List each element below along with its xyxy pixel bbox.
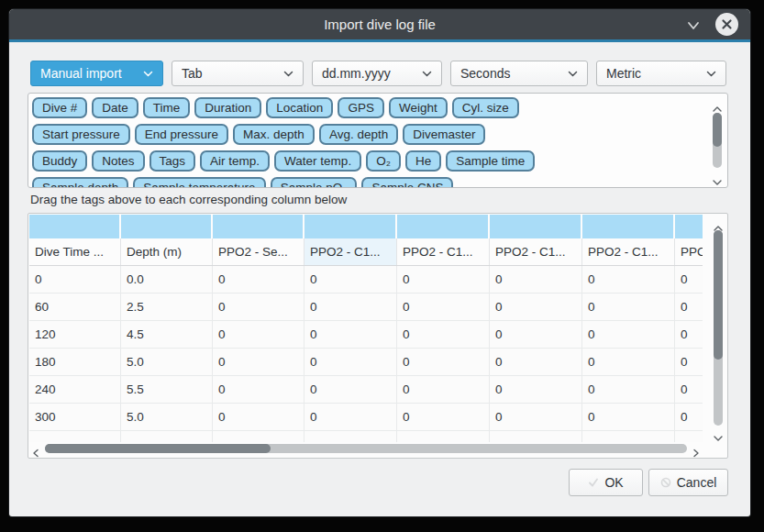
tag-cyl-size[interactable]: Cyl. size [452, 97, 519, 118]
scrollbar-track[interactable] [45, 444, 687, 453]
scroll-up-icon[interactable] [712, 100, 723, 107]
tag-row: Start pressure End pressure Max. depth A… [32, 124, 702, 145]
table-cell: 5.5 [121, 376, 213, 404]
scrollbar-track[interactable] [713, 113, 722, 168]
close-icon [721, 18, 733, 30]
table-cell: 0 [304, 349, 397, 376]
table-cell: 240 [29, 376, 121, 404]
date-format-dropdown[interactable]: dd.mm.yyyy [312, 61, 442, 86]
units-dropdown[interactable]: Metric [596, 61, 726, 86]
scroll-down-icon[interactable] [712, 173, 723, 181]
column-header: PPO2 - C1... [304, 238, 397, 265]
column-header: PPO2 - C1... [397, 238, 490, 265]
scroll-down-icon[interactable] [713, 429, 724, 437]
ok-button[interactable]: OK [569, 469, 643, 496]
table-cell: 60 [29, 294, 121, 321]
scroll-right-icon[interactable] [692, 445, 700, 454]
tag-air-temp[interactable]: Air temp. [200, 150, 270, 172]
table-cell: 4.5 [121, 321, 213, 349]
drop-target-col3[interactable] [213, 215, 304, 238]
tags-panel: Dive # Date Time Duration Location GPS W… [28, 93, 728, 188]
chevron-down-icon [706, 71, 716, 77]
chevron-down-icon [283, 71, 293, 77]
tag-row-clipped: Sample depth Sample temperature Sample p… [32, 177, 702, 188]
tag-sample-depth[interactable]: Sample depth [32, 177, 128, 188]
table-cell: 0 [397, 321, 490, 349]
csv-preview-table: Dive Time ... Depth (m) PPO2 - Se... PPO… [28, 213, 728, 459]
drop-target-col1[interactable] [29, 215, 121, 238]
table-cell: 180 [29, 349, 121, 376]
column-header: PPO2 - Se... [213, 238, 304, 265]
tag-he[interactable]: He [405, 150, 441, 172]
chevron-down-icon [143, 71, 153, 77]
drop-target-col2[interactable] [121, 215, 213, 238]
table-horizontal-scrollbar[interactable] [30, 441, 702, 456]
table-cell: 0 [582, 376, 675, 404]
tag-gps[interactable]: GPS [338, 97, 384, 118]
tag-row: Dive # Date Time Duration Location GPS W… [32, 97, 702, 118]
shade-chevron-down-icon[interactable] [686, 18, 701, 29]
tag-buddy[interactable]: Buddy [32, 150, 87, 172]
table-row: 180 5.0 0 0 0 0 0 0 [29, 349, 703, 376]
drop-target-col5[interactable] [397, 215, 490, 238]
cancel-button[interactable]: Cancel [648, 469, 728, 496]
table-cell: 0 [675, 349, 703, 376]
tag-time[interactable]: Time [143, 97, 191, 118]
scroll-up-icon[interactable] [713, 219, 724, 227]
drop-target-col4[interactable] [304, 215, 397, 238]
tags-vertical-scrollbar[interactable] [709, 96, 725, 184]
tag-weight[interactable]: Weight [389, 97, 448, 118]
table-cell: 5.0 [121, 404, 213, 431]
tag-sample-cns[interactable]: Sample CNS [361, 177, 453, 188]
tag-max-depth[interactable]: Max. depth [233, 124, 315, 145]
tag-sample-temperature[interactable]: Sample temperature [133, 177, 265, 188]
tag-duration[interactable]: Duration [194, 97, 261, 118]
units-value: Metric [606, 66, 701, 81]
table-cell: 0 [675, 266, 703, 294]
drop-target-col7[interactable] [582, 215, 675, 238]
column-header: PPO2 - C1... [490, 238, 582, 265]
tag-sample-po2[interactable]: Sample pO₂ [271, 177, 358, 188]
column-drop-row [29, 215, 703, 238]
table-cell: 0 [582, 404, 675, 431]
table-header-row: Dive Time ... Depth (m) PPO2 - Se... PPO… [29, 238, 703, 266]
tag-divemaster[interactable]: Divemaster [403, 124, 485, 145]
tag-o2[interactable]: O₂ [366, 150, 401, 172]
table-cell: 0 [304, 321, 397, 349]
duration-format-value: Seconds [460, 66, 562, 81]
scrollbar-thumb[interactable] [714, 230, 723, 360]
column-header: Depth (m) [121, 238, 213, 265]
tag-tags[interactable]: Tags [149, 150, 196, 172]
table-cell: 0 [582, 321, 675, 349]
duration-format-dropdown[interactable]: Seconds [450, 61, 588, 86]
tag-location[interactable]: Location [266, 97, 333, 118]
tag-sample-time[interactable]: Sample time [446, 150, 535, 172]
scrollbar-thumb[interactable] [713, 113, 722, 147]
drop-target-col6[interactable] [490, 215, 582, 238]
table-vertical-scrollbar[interactable] [710, 216, 726, 440]
ok-label: OK [604, 475, 623, 490]
tag-date[interactable]: Date [92, 97, 138, 118]
tag-water-temp[interactable]: Water temp. [274, 150, 361, 172]
titlebar-accent-line [9, 39, 750, 42]
tag-dive-number[interactable]: Dive # [32, 97, 87, 118]
import-type-value: Manual import [40, 66, 138, 81]
scrollbar-track[interactable] [714, 230, 723, 426]
table-cell: 0 [213, 349, 304, 376]
chevron-down-icon [422, 71, 432, 77]
scrollbar-thumb[interactable] [45, 444, 271, 453]
scroll-left-icon[interactable] [32, 445, 39, 454]
tag-end-pressure[interactable]: End pressure [135, 124, 228, 145]
field-separator-dropdown[interactable]: Tab [172, 61, 304, 86]
tag-notes[interactable]: Notes [92, 150, 144, 172]
table-cell: 0 [29, 266, 121, 294]
table-row: 60 2.5 0 0 0 0 0 0 [29, 294, 703, 321]
column-header: PPO2 [675, 238, 703, 265]
tag-start-pressure[interactable]: Start pressure [32, 124, 130, 145]
tag-avg-depth[interactable]: Avg. depth [319, 124, 398, 145]
cancel-label: Cancel [677, 475, 717, 490]
close-button[interactable] [715, 13, 738, 36]
drop-target-col8[interactable] [675, 215, 703, 238]
import-type-dropdown[interactable]: Manual import [30, 61, 163, 86]
table-row: 0 0.0 0 0 0 0 0 0 [29, 266, 703, 294]
